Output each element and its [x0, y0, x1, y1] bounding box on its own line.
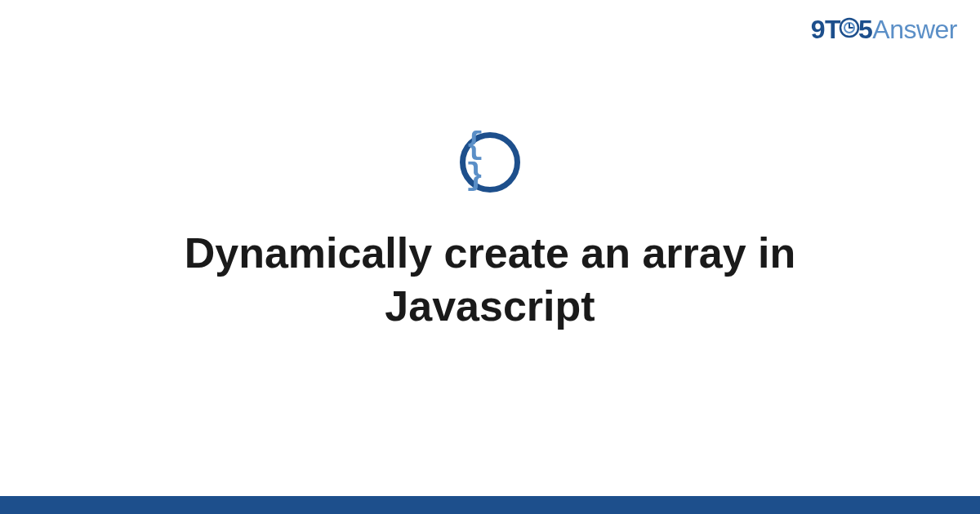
footer-accent-bar: [0, 496, 980, 514]
main-content: { } Dynamically create an array in Javas…: [0, 0, 980, 514]
topic-icon-circle: { }: [460, 132, 520, 193]
page-title: Dynamically create an array in Javascrip…: [122, 227, 858, 333]
code-braces-icon: { }: [466, 130, 514, 192]
